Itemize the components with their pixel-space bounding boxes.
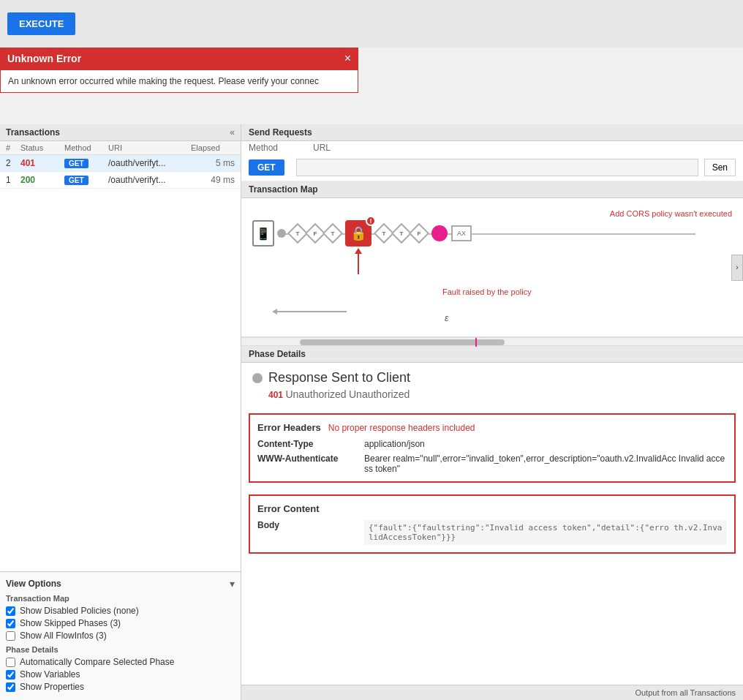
phase-title: Response Sent to Client <box>268 370 410 385</box>
checkbox-auto-compare-label: Automatically Compare Selected Phase <box>20 657 174 667</box>
view-options: View Options ▾ Transaction Map Show Disa… <box>0 571 241 700</box>
checkbox-disabled-policies-input[interactable] <box>6 606 15 616</box>
phase-details-content: Response Sent to Client 401 Unauthorized… <box>241 363 743 407</box>
transactions-title: Transactions <box>6 127 60 138</box>
url-col-label: URL <box>313 143 331 153</box>
checkbox-disabled-policies: Show Disabled Policies (none) <box>6 606 235 616</box>
arrow-line <box>358 254 359 274</box>
checkbox-show-variables-label: Show Variables <box>20 669 80 680</box>
collapse-button[interactable]: « <box>230 127 235 138</box>
return-arrow <box>272 309 347 315</box>
error-banner-message: An unknown error occurred while making t… <box>8 76 319 86</box>
checkbox-auto-compare: Automatically Compare Selected Phase <box>6 657 235 667</box>
checkbox-show-properties: Show Properties <box>6 682 235 692</box>
www-auth-value: Bearer realm="null",error="invalid_token… <box>364 454 727 474</box>
epsilon-label: ε <box>445 313 448 323</box>
checkbox-all-flowinfos: Show All FlowInfos (3) <box>6 631 235 641</box>
right-collapse-button[interactable]: › <box>731 255 743 281</box>
checkbox-skipped-phases-label: Show Skipped Phases (3) <box>20 618 121 628</box>
bottom-bar-label: Output from all Transactions <box>635 688 736 697</box>
row-elapsed: 5 ms <box>191 158 235 168</box>
body-key: Body <box>257 520 360 545</box>
phase-status-unauthorized: Unauthorized <box>349 388 410 400</box>
checkbox-disabled-policies-label: Show Disabled Policies (none) <box>20 606 139 616</box>
checkbox-all-flowinfos-label: Show All FlowInfos (3) <box>20 631 107 641</box>
row-num: 1 <box>6 175 20 185</box>
left-panel: Transactions « # Status Method URI Elaps… <box>0 124 241 700</box>
error-banner-title: Unknown Error <box>7 53 81 64</box>
arrow-up-indicator <box>355 248 362 274</box>
col-method: Method <box>64 143 108 152</box>
get-method-button[interactable]: GET <box>249 159 284 176</box>
error-banner-close-button[interactable]: × <box>344 52 351 65</box>
col-elapsed: Elapsed <box>191 143 235 152</box>
send-requests-header: Send Requests <box>241 124 743 141</box>
transaction-map-section-label: Transaction Map <box>6 594 235 603</box>
circle-pink <box>431 225 448 241</box>
send-requests-row: GET Sen <box>241 154 743 181</box>
phase-details-section-label: Phase Details <box>6 645 235 654</box>
error-banner: Unknown Error × An unknown error occurre… <box>0 48 358 93</box>
return-line <box>277 311 347 312</box>
error-banner-header: Unknown Error × <box>0 48 358 69</box>
top-bar: EXECUTE <box>0 0 743 48</box>
error-headers-label: Error Headers <box>257 422 321 433</box>
table-row[interactable]: 2 401 GET /oauth/verifyt... 5 ms <box>0 155 241 172</box>
www-auth-key: WWW-Authenticate <box>257 454 360 464</box>
return-arrowhead <box>272 309 277 315</box>
execute-button[interactable]: EXECUTE <box>7 12 75 35</box>
content-type-value: application/json <box>364 439 727 449</box>
phase-status-code: 401 <box>268 390 283 400</box>
transactions-header: Transactions « <box>0 124 241 141</box>
arrow-head <box>355 248 362 254</box>
scrollbar-thumb <box>300 339 505 345</box>
phase-status-row: 401 Unauthorized Unauthorized <box>268 388 732 400</box>
view-options-toggle[interactable]: ▾ <box>230 578 235 590</box>
error-badge: ! <box>366 216 376 226</box>
checkbox-auto-compare-input[interactable] <box>6 658 15 667</box>
flow-diagram: 📱 T F T 🔒 ! T <box>252 220 736 246</box>
error-content-section: Error Content Body {"fault":{"faultstrin… <box>249 494 736 554</box>
error-headers-row: Error Headers No proper response headers… <box>257 422 727 433</box>
body-value: {"fault":{"faultstring":"Invalid access … <box>364 520 727 545</box>
main-layout: Transactions « # Status Method URI Elaps… <box>0 124 743 700</box>
checkbox-all-flowinfos-input[interactable] <box>6 631 15 641</box>
error-details-box: Error Headers No proper response headers… <box>249 413 736 483</box>
horizontal-scrollbar[interactable] <box>241 337 743 346</box>
send-button[interactable]: Sen <box>704 159 736 176</box>
row-uri: /oauth/verifyt... <box>108 175 191 185</box>
checkbox-show-properties-input[interactable] <box>6 682 15 692</box>
checkbox-show-variables: Show Variables <box>6 669 235 680</box>
checkbox-skipped-phases-input[interactable] <box>6 619 15 628</box>
error-banner-body: An unknown error occurred while making t… <box>0 69 358 93</box>
method-row-labels: Method URL <box>241 141 743 154</box>
phase-dot <box>252 373 263 383</box>
scroll-indicator <box>475 338 477 347</box>
bottom-bar: Output from all Transactions <box>241 685 743 700</box>
transaction-map-header: Transaction Map <box>241 181 743 198</box>
error-details-grid: Content-Type application/json WWW-Authen… <box>257 439 727 474</box>
checkbox-skipped-phases: Show Skipped Phases (3) <box>6 618 235 628</box>
row-elapsed: 49 ms <box>191 175 235 185</box>
row-method: GET <box>64 158 108 168</box>
table-row[interactable]: 1 200 GET /oauth/verifyt... 49 ms <box>0 172 241 189</box>
ax-box: AX <box>451 225 472 241</box>
checkbox-show-properties-label: Show Properties <box>20 682 84 692</box>
url-input[interactable] <box>296 159 698 176</box>
row-status: 200 <box>20 175 64 185</box>
mobile-icon: 📱 <box>252 220 274 246</box>
col-num: # <box>6 143 20 152</box>
right-panel: Send Requests Method URL GET Sen Transac… <box>241 124 743 700</box>
diamond-F2: F <box>409 223 429 244</box>
method-col-label: Method <box>249 143 278 153</box>
checkbox-show-variables-input[interactable] <box>6 670 15 680</box>
view-options-title: View Options <box>6 579 61 589</box>
row-num: 2 <box>6 158 20 168</box>
diamond-T2: T <box>323 223 343 244</box>
error-content-title: Error Content <box>257 503 727 514</box>
col-uri: URI <box>108 143 191 152</box>
error-note: No proper response headers included <box>328 423 475 433</box>
phase-details-header: Phase Details <box>241 346 743 363</box>
view-options-header: View Options ▾ <box>6 578 235 590</box>
lock-icon-red: 🔒 ! <box>345 220 372 246</box>
